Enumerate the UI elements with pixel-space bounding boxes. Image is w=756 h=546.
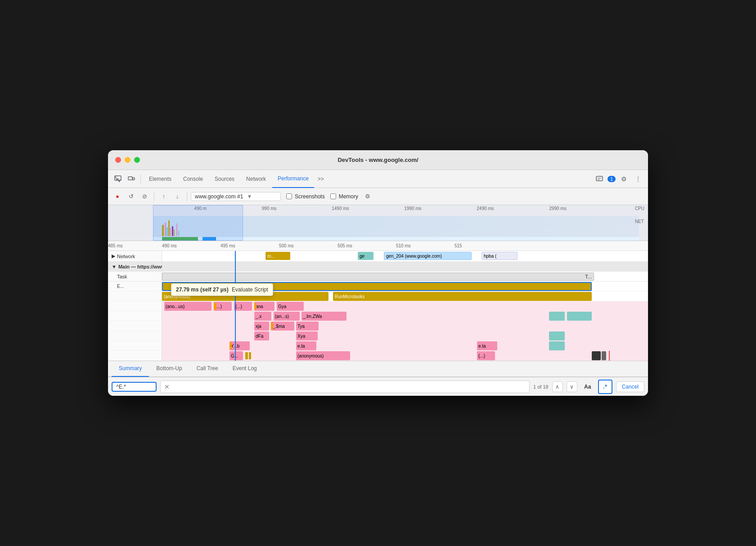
selection-region[interactable] bbox=[153, 205, 243, 241]
more-icon[interactable]: ⋮ bbox=[632, 173, 644, 185]
time-500: 500 ms bbox=[279, 243, 294, 248]
reload-record-button[interactable]: ↺ bbox=[125, 191, 137, 202]
black-block-1 bbox=[592, 351, 601, 360]
bar-ans[interactable]: (an...s) bbox=[274, 312, 300, 321]
search-next-button[interactable]: ∨ bbox=[567, 381, 577, 392]
flame-row-3-content[interactable]: xja _.$ma Tya bbox=[162, 321, 648, 331]
bar-d2[interactable]: (...) bbox=[234, 302, 252, 311]
bar-tya[interactable]: Tya bbox=[296, 322, 319, 331]
yellow-tiny-g bbox=[245, 352, 248, 359]
teal-bar-2[interactable] bbox=[567, 312, 592, 321]
main-thread-header: ▼ Main — https://www.google.com/ bbox=[108, 262, 648, 272]
tab-performance[interactable]: Performance bbox=[272, 170, 314, 188]
orange-tiny-1 bbox=[271, 322, 273, 330]
inspect-icon[interactable] bbox=[112, 173, 124, 185]
teal-bar-1[interactable] bbox=[549, 312, 565, 321]
bar-anonymous-6[interactable]: (anonymous) bbox=[296, 351, 350, 360]
network-track-label[interactable]: ▶ Network bbox=[108, 251, 162, 261]
maximize-button[interactable] bbox=[134, 157, 140, 163]
search-clear-icon[interactable]: ✕ bbox=[164, 383, 170, 390]
memory-checkbox-group: Memory bbox=[330, 193, 358, 200]
bar-lmzwa[interactable]: _.lm.ZWa bbox=[302, 312, 346, 321]
svg-rect-2 bbox=[133, 178, 135, 180]
toolbar-right: 1 ⚙ ⋮ bbox=[593, 173, 644, 185]
flame-row-2-content[interactable]: _.x (an...s) _.lm.ZWa bbox=[162, 311, 648, 321]
tab-more[interactable]: >> bbox=[315, 170, 327, 188]
tab-elements[interactable]: Elements bbox=[144, 170, 177, 188]
bar-dotx[interactable]: _.x bbox=[254, 312, 271, 321]
teal-bar-right-5[interactable] bbox=[549, 341, 565, 350]
devtools-window: DevTools - www.google.com/ Elements Cons… bbox=[108, 150, 648, 396]
flame-row-4-content[interactable]: dFa Xya bbox=[162, 331, 648, 341]
main-thread-content bbox=[162, 262, 648, 271]
bar-anous[interactable]: (ano...us) bbox=[164, 302, 212, 311]
search-input[interactable] bbox=[116, 384, 152, 390]
record-button[interactable]: ● bbox=[112, 191, 123, 202]
network-bar-hpba[interactable]: hpba ( bbox=[482, 252, 518, 260]
search-input-main[interactable]: ✕ bbox=[160, 380, 530, 393]
time-ruler: 485 ms 490 ms 495 ms 500 ms 505 ms 510 m… bbox=[108, 241, 648, 251]
rec-sep2 bbox=[187, 192, 187, 201]
bar-dfa[interactable]: dFa bbox=[254, 331, 269, 340]
bar-eta-2[interactable]: e.ta bbox=[477, 341, 497, 350]
screenshots-checkbox-group: Screenshots bbox=[286, 193, 325, 200]
main-timeline: 485 ms 490 ms 495 ms 500 ms 505 ms 510 m… bbox=[108, 241, 648, 361]
tab-console[interactable]: Console bbox=[178, 170, 208, 188]
flame-row-1: (ano...us) (...) (...) ana Gya bbox=[108, 301, 648, 311]
network-bar-gen204[interactable]: gen_204 (www.google.com) bbox=[384, 252, 472, 260]
bar-sma[interactable]: _.$ma bbox=[271, 322, 294, 331]
bar-gya[interactable]: Gya bbox=[277, 302, 304, 311]
runmicrotasks-bar[interactable]: RunMicrotasks bbox=[333, 292, 592, 301]
tab-summary[interactable]: Summary bbox=[112, 361, 149, 377]
tab-call-tree[interactable]: Call Tree bbox=[189, 361, 225, 377]
tab-event-log[interactable]: Event Log bbox=[225, 361, 264, 377]
settings-icon[interactable]: ⚙ bbox=[617, 173, 630, 185]
network-track-content[interactable]: m... ge gen_204 (www.google.com) hpba ( bbox=[162, 251, 648, 262]
bar-xja[interactable]: xja bbox=[254, 322, 269, 331]
minimize-button[interactable] bbox=[125, 157, 130, 163]
clear-button[interactable]: ⊘ bbox=[139, 191, 150, 202]
flame-row-6-content[interactable]: G... (anonymous) (...) bbox=[162, 351, 648, 361]
flame-row-1-content[interactable]: (ano...us) (...) (...) ana Gya bbox=[162, 301, 648, 311]
tab-sources[interactable]: Sources bbox=[209, 170, 240, 188]
upload-button[interactable]: ↑ bbox=[158, 191, 170, 202]
task-bar-main[interactable]: T... bbox=[162, 273, 594, 281]
bar-ana[interactable]: ana bbox=[254, 302, 274, 311]
flame-row-4-label bbox=[108, 331, 162, 340]
network-bar-ge[interactable]: ge bbox=[358, 252, 374, 260]
regex-button[interactable]: .* bbox=[598, 380, 612, 394]
flame-row-5-content[interactable]: Y...b e.ta e.ta bbox=[162, 341, 648, 351]
bar-parens-6[interactable]: (...) bbox=[477, 351, 495, 360]
bar-d1[interactable]: (...) bbox=[214, 302, 232, 311]
devtools-tabbar: Elements Console Sources Network Perform… bbox=[108, 170, 648, 188]
search-prev-button[interactable]: ∧ bbox=[552, 381, 563, 392]
network-bar-m[interactable]: m... bbox=[266, 252, 290, 260]
timeline-overview[interactable]: 490 m 990 ms 1490 ms 1990 ms 2490 ms 299… bbox=[108, 205, 648, 241]
device-icon[interactable] bbox=[125, 173, 138, 185]
summary-label: Summary bbox=[119, 365, 142, 371]
cancel-search-button[interactable]: Cancel bbox=[616, 381, 644, 392]
svg-rect-3 bbox=[596, 176, 603, 181]
bar-yb[interactable]: Y...b bbox=[230, 341, 250, 350]
window-title: DevTools - www.google.com/ bbox=[338, 157, 418, 163]
tab-bottom-up[interactable]: Bottom-Up bbox=[149, 361, 189, 377]
teal-bar-right-4[interactable] bbox=[549, 331, 565, 340]
bar-eta-1[interactable]: e.ta bbox=[296, 341, 316, 350]
tab-network[interactable]: Network bbox=[241, 170, 271, 188]
chat-icon[interactable] bbox=[593, 173, 606, 185]
bar-gdot[interactable]: G... bbox=[230, 351, 243, 360]
close-button[interactable] bbox=[115, 157, 121, 163]
runmicrotasks-label bbox=[108, 291, 162, 301]
yellow-tiny-g2 bbox=[249, 352, 251, 359]
match-case-button[interactable]: Aa bbox=[581, 380, 594, 393]
flame-row-5-label bbox=[108, 341, 162, 350]
time-label-990: 990 ms bbox=[262, 206, 277, 211]
download-button[interactable]: ↓ bbox=[171, 191, 183, 202]
task-content[interactable]: T... bbox=[162, 272, 648, 282]
memory-checkbox[interactable] bbox=[330, 193, 336, 199]
perf-settings-icon[interactable]: ⚙ bbox=[362, 191, 374, 202]
url-selector[interactable]: www.google.com #1 ▼ bbox=[191, 192, 281, 201]
screenshots-checkbox[interactable] bbox=[286, 193, 292, 199]
bar-xya[interactable]: Xya bbox=[296, 331, 318, 340]
tooltip-time: 27.79 ms (self 27 μs) bbox=[176, 286, 229, 293]
